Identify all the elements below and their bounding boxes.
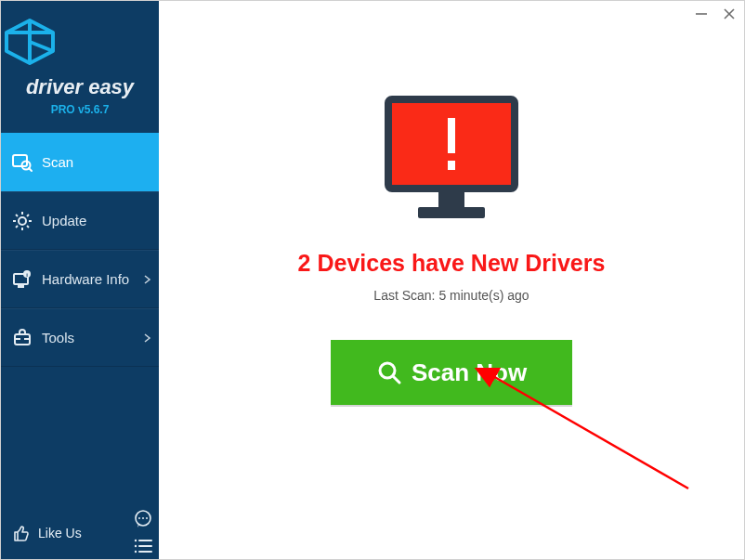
scan-icon: [12, 152, 33, 173]
tools-icon: [12, 328, 33, 348]
nav-item-update[interactable]: Update: [1, 191, 159, 250]
nav-label: Update: [42, 213, 86, 228]
main-panel: 2 Devices have New Drivers Last Scan: 5 …: [159, 1, 744, 559]
close-button[interactable]: [722, 7, 737, 21]
nav-label: Tools: [42, 330, 74, 345]
bottom-bar: Like Us: [1, 507, 159, 559]
sidebar-right-icons: [133, 509, 153, 553]
nav-label: Hardware Info: [42, 271, 129, 287]
nav-item-tools[interactable]: Tools: [1, 308, 159, 367]
nav: Scan: [1, 133, 159, 367]
hardware-icon: i: [12, 269, 33, 290]
scan-now-button[interactable]: Scan Now: [331, 340, 572, 405]
svg-point-23: [146, 517, 148, 519]
thumbs-up-icon[interactable]: [12, 524, 31, 542]
logo-block: driver easy PRO v5.6.7: [1, 1, 159, 125]
nav-item-scan[interactable]: Scan: [1, 133, 159, 191]
svg-line-11: [27, 215, 29, 216]
nav-label: Scan: [42, 154, 73, 170]
svg-point-4: [19, 217, 26, 225]
minimize-button[interactable]: [694, 7, 709, 21]
like-label[interactable]: Like Us: [38, 526, 82, 540]
logo-icon: [1, 18, 159, 66]
status-title: 2 Devices have New Drivers: [298, 250, 606, 277]
last-scan-text: Last Scan: 5 minute(s) ago: [373, 288, 529, 303]
svg-point-26: [135, 545, 137, 547]
search-icon: [376, 359, 402, 385]
svg-point-21: [138, 517, 140, 519]
gear-icon: [12, 211, 33, 231]
svg-line-12: [16, 226, 18, 228]
menu-icon[interactable]: [133, 539, 153, 553]
svg-line-10: [27, 226, 29, 228]
svg-rect-36: [418, 207, 485, 218]
svg-point-24: [135, 540, 137, 541]
feedback-icon[interactable]: [133, 509, 153, 529]
svg-line-9: [16, 215, 18, 216]
window-controls: [694, 7, 737, 21]
scan-btn-label: Scan Now: [412, 358, 527, 387]
chevron-right-icon: [144, 275, 151, 284]
sidebar: driver easy PRO v5.6.7 Scan: [1, 1, 159, 559]
svg-rect-35: [438, 192, 464, 207]
app-window: driver easy PRO v5.6.7 Scan: [0, 0, 745, 560]
version-label: PRO v5.6.7: [1, 103, 159, 116]
alert-monitor-icon: [377, 94, 526, 224]
svg-line-3: [29, 168, 32, 171]
svg-rect-37: [448, 118, 455, 153]
svg-rect-14: [18, 285, 24, 288]
svg-line-40: [393, 376, 399, 383]
svg-point-28: [135, 551, 137, 553]
svg-rect-38: [448, 161, 455, 170]
svg-point-22: [142, 517, 144, 519]
sidebar-spacer: [1, 367, 159, 507]
content-center: 2 Devices have New Drivers Last Scan: 5 …: [159, 1, 744, 405]
nav-item-hardware[interactable]: i Hardware Info: [1, 250, 159, 308]
brand-name: driver easy: [1, 75, 159, 99]
chevron-right-icon: [144, 333, 151, 343]
